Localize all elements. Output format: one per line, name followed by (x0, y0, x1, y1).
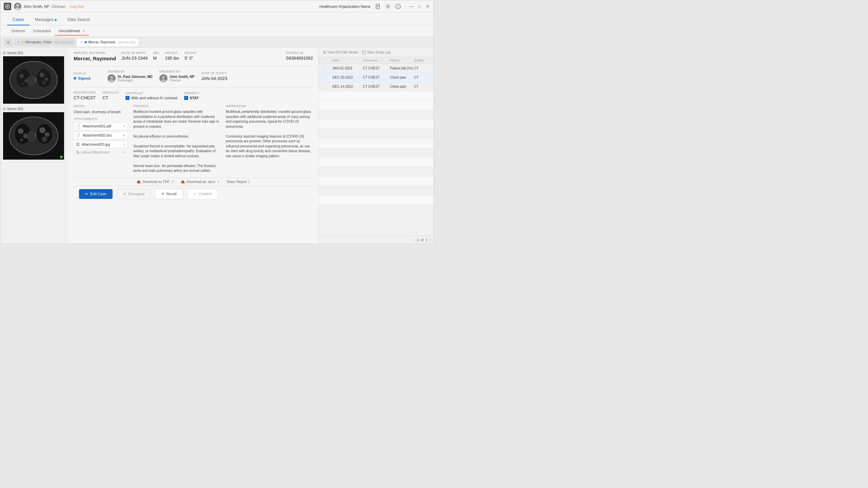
study-2-date: DEC-14-2022 (332, 85, 363, 88)
study-row-1[interactable]: 📄 DEC-30-2022 CT CHEST Chest pain CT (319, 73, 434, 82)
series-001-thumbnail[interactable] (3, 56, 64, 104)
orderer-role: Clinician (170, 79, 195, 82)
download-docx-label: Download as .docx (186, 180, 215, 184)
svg-point-37 (110, 76, 113, 79)
prior-studies-header: 🖥 View DICOM Viewer 📋 View Study Log (319, 48, 434, 57)
case-tab-hernandez[interactable]: ✕ Hernandez, Peter DEC-09-2023 (14, 39, 76, 46)
patient-name-field: Mercer, Raymond Mercer, Raymond (74, 51, 116, 61)
svg-point-3 (15, 7, 20, 10)
study-row-0[interactable]: 📄 JAN-02-2023 CT CHEST Patient fall (Hx)… (319, 64, 434, 73)
attachment-2-edit[interactable]: ✎ (123, 143, 125, 146)
attachment-1-name: Attachment002.doc (83, 134, 112, 137)
series-item-001: ⊡ Series 001 (3, 51, 65, 104)
ordered-by-label: Ordered by (159, 70, 195, 73)
docx-upload-icon: ⬆ (217, 180, 220, 184)
contrast-checkbox[interactable]: ✓ (125, 96, 130, 100)
title-bar: John Smith, NP Clinician Log Out Healthc… (0, 0, 434, 13)
download-pdf-link[interactable]: 📥 Download as PDF ⬆ (137, 180, 174, 184)
attachment-item-2[interactable]: 🖼 Attachment003.jpg ✎ (74, 141, 128, 148)
study-2-quality: CT (414, 85, 431, 88)
studies-table-header: Date Occurence History Quality (319, 57, 434, 64)
attachment-item-0[interactable]: 📄 Attachment001.pdf ✎ (74, 122, 128, 130)
priority-checkbox[interactable]: ✓ (184, 96, 188, 100)
study-0-type: CT CHEST (363, 66, 390, 70)
recall-label: Recall (166, 192, 177, 196)
empty-row-6 (319, 139, 434, 148)
case-meta-row: Status Signed Signed by Dr. Paul Johnson… (74, 70, 313, 82)
series-002-label: ⊡ Series 002 (3, 107, 65, 111)
priority-check: ✓ STAT (184, 96, 199, 100)
svg-point-23 (27, 76, 35, 85)
attachment-1-edit[interactable]: ✎ (123, 134, 125, 137)
user-role: Clinician (51, 4, 65, 8)
tab-data-search[interactable]: Data Search (62, 15, 96, 25)
impression-label: Impression (226, 104, 313, 108)
tab-cases[interactable]: Cases (7, 15, 29, 25)
empty-row-3 (319, 110, 434, 120)
list-view-button[interactable]: ≡ (4, 39, 13, 46)
confirm-button[interactable]: ✓ Confirm (187, 189, 218, 199)
empty-row-10 (319, 177, 434, 186)
study-row-2[interactable]: 📄 DEC-14-2022 CT CHEST Chest pain CT (319, 82, 434, 91)
svg-point-1 (7, 6, 8, 7)
dob-label: Date of Birth (121, 51, 147, 55)
notes-section: Notes Chest pain, shortness of breath At… (74, 104, 128, 174)
maximize-button[interactable]: □ (417, 4, 422, 9)
minimize-button[interactable]: — (409, 4, 414, 9)
svg-point-19 (40, 73, 44, 77)
avatar (14, 3, 21, 10)
orderer-name: John Smith, NP (170, 75, 195, 79)
svg-point-15 (36, 69, 51, 88)
sub-tab-ordered[interactable]: Ordered (7, 27, 29, 36)
sub-tab-unconfirmed[interactable]: Unconfirmed ✕ (55, 27, 89, 36)
recall-icon: ↺ (161, 192, 164, 196)
sub-tab-scheduled[interactable]: Scheduled (29, 27, 55, 36)
modality-row: Description CT-CHEST Modality CT Contras… (74, 91, 313, 100)
tab-messages[interactable]: Messages (29, 15, 62, 25)
findings-label: Findings (133, 104, 220, 108)
description-value: CT-CHEST (74, 95, 96, 100)
svg-point-2 (16, 4, 19, 7)
study-log-button[interactable]: 📋 View Study Log (362, 50, 391, 54)
status-field: Status Signed (74, 72, 101, 80)
attachment-0-edit[interactable]: ✎ (123, 124, 125, 128)
signed-by-label: Signed by (107, 70, 153, 73)
upload-label: Upload Attachment (81, 150, 110, 154)
prev-page-button[interactable]: ‹ (414, 238, 415, 242)
hernandez-tab-close[interactable]: ✕ (17, 41, 20, 44)
close-button[interactable]: ✕ (425, 4, 430, 9)
series-002-thumbnail[interactable] (3, 112, 64, 160)
help-icon[interactable]: ? (395, 3, 401, 9)
svg-point-18 (21, 82, 24, 85)
study-1-quality: CT (414, 76, 431, 79)
svg-point-33 (45, 132, 50, 137)
attachment-0-name: Attachment001.pdf (83, 124, 111, 128)
window-controls: — □ ✕ (409, 4, 430, 9)
patient-name-value: Mercer, Raymond (74, 56, 116, 61)
study-0-date: JAN-02-2023 (332, 66, 363, 70)
user-name: John Smith, NP (23, 4, 49, 8)
mercer-tab-close[interactable]: ✕ (80, 41, 83, 44)
patient-id-field: Patient ID 59394891092 (286, 51, 313, 61)
attachment-item-1[interactable]: 📄 Attachment002.doc ✎ (74, 131, 128, 139)
sub-nav: Ordered Scheduled Unconfirmed ✕ (0, 25, 434, 37)
next-page-button[interactable]: › (430, 238, 431, 242)
disregard-button[interactable]: ✕ Disregard (117, 189, 151, 199)
download-pdf-icon: 📥 (137, 180, 141, 184)
messages-badge (55, 19, 57, 21)
dicom-viewer-button[interactable]: 🖥 View DICOM Viewer (323, 50, 358, 54)
logout-button[interactable]: Log Out (70, 4, 83, 8)
settings-icon[interactable] (385, 3, 391, 9)
case-tab-mercer[interactable]: ✕ Mercer, Raymond JAN-04-2023 (77, 39, 138, 46)
share-report-link[interactable]: Share Report ⤴ (226, 180, 250, 184)
download-docx-link[interactable]: 📥 Download as .docx ⬆ (181, 180, 220, 184)
edit-case-button[interactable]: ✏ Edit Case (79, 189, 113, 199)
series-002-expand-icon[interactable]: ⊡ (3, 107, 6, 111)
unconfirmed-tab-close[interactable]: ✕ (82, 29, 85, 33)
recall-button[interactable]: ↺ Recall (155, 189, 183, 199)
upload-action-icon[interactable]: ⊙ (123, 150, 126, 154)
svg-point-21 (42, 81, 46, 85)
upload-attachment-button[interactable]: 📎 Upload Attachment ⊙ (74, 149, 128, 155)
series-001-expand-icon[interactable]: ⊡ (3, 51, 6, 55)
document-icon[interactable] (375, 3, 381, 9)
